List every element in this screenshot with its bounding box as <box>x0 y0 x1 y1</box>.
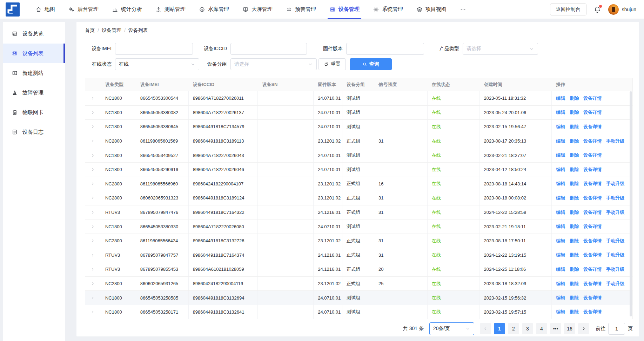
action-link[interactable]: 手动升级 <box>606 238 624 244</box>
sidebar-item-overview[interactable]: 设备总览 <box>3 24 65 44</box>
sidebar-item-device-list[interactable]: 设备列表 <box>3 44 65 63</box>
action-link[interactable]: 设备详情 <box>583 166 602 173</box>
breadcrumb-item[interactable]: 首页 <box>85 27 95 34</box>
action-link[interactable]: 编辑 <box>556 109 565 116</box>
action-link[interactable]: 设备详情 <box>583 309 602 315</box>
action-link[interactable]: 设备详情 <box>583 138 602 144</box>
expand-row-button[interactable] <box>85 205 101 219</box>
action-link[interactable]: 删除 <box>570 281 579 287</box>
device-group-select[interactable]: 请选择 <box>230 58 317 70</box>
breadcrumb-item[interactable]: 设备管理 <box>102 27 121 34</box>
expand-row-button[interactable] <box>85 120 101 134</box>
product-type-select[interactable]: 请选择 <box>463 43 538 55</box>
expand-row-button[interactable] <box>85 219 101 234</box>
page-button-16[interactable]: 16 <box>564 323 575 334</box>
expand-row-button[interactable] <box>85 163 101 177</box>
sidebar-item-sim-card[interactable]: 物联网卡 <box>3 103 65 122</box>
user-menu[interactable]: shujun <box>608 4 636 15</box>
action-link[interactable]: 删除 <box>570 95 579 101</box>
action-link[interactable]: 设备详情 <box>583 152 602 158</box>
nav-item-screen[interactable]: 大屏管理 <box>236 0 279 19</box>
expand-row-button[interactable] <box>85 291 101 305</box>
sidebar-item-device-log[interactable]: 设备日志 <box>3 122 65 142</box>
action-link[interactable]: 设备详情 <box>583 209 602 216</box>
action-link[interactable]: 编辑 <box>556 95 565 101</box>
app-logo[interactable] <box>6 2 20 17</box>
action-link[interactable]: 手动升级 <box>606 266 624 273</box>
page-size-select[interactable]: 20条/页 <box>429 322 474 335</box>
action-link[interactable]: 手动升级 <box>606 181 624 187</box>
expand-row-button[interactable] <box>85 177 101 191</box>
action-link[interactable]: 删除 <box>570 209 579 216</box>
nav-item-reservoir[interactable]: 水库管理 <box>192 0 236 19</box>
nav-item-device[interactable]: 设备管理 <box>323 0 366 19</box>
action-link[interactable]: 设备详情 <box>583 266 602 273</box>
action-link[interactable]: 删除 <box>570 166 579 173</box>
expand-row-button[interactable] <box>85 262 101 276</box>
action-link[interactable]: 编辑 <box>556 252 565 258</box>
action-link[interactable]: 设备详情 <box>583 281 602 287</box>
online-status-select[interactable]: 在线 <box>115 58 199 70</box>
page-button-2[interactable]: 2 <box>508 323 519 334</box>
action-link[interactable]: 编辑 <box>556 181 565 187</box>
expand-row-button[interactable] <box>85 248 101 262</box>
action-link[interactable]: 设备详情 <box>583 181 602 187</box>
goto-page-input[interactable] <box>608 323 625 335</box>
action-link[interactable]: 手动升级 <box>606 281 624 287</box>
action-link[interactable]: 编辑 <box>556 295 565 301</box>
action-link[interactable]: 设备详情 <box>583 238 602 244</box>
sidebar-item-fault[interactable]: 故障管理 <box>3 83 65 103</box>
nav-item-home[interactable]: 地图 <box>29 0 62 19</box>
expand-row-button[interactable] <box>85 277 101 291</box>
prev-page-button[interactable] <box>480 323 491 334</box>
action-link[interactable]: 编辑 <box>556 209 565 216</box>
action-link[interactable]: 删除 <box>570 152 579 158</box>
reset-button[interactable]: 重置 <box>318 58 346 70</box>
expand-row-button[interactable] <box>85 91 101 105</box>
table-scrollbar[interactable] <box>630 91 632 319</box>
action-link[interactable]: 设备详情 <box>583 95 602 101</box>
nav-item-layers[interactable]: 项目视图 <box>410 0 453 19</box>
action-link[interactable]: 删除 <box>570 109 579 116</box>
action-link[interactable]: 编辑 <box>556 138 565 144</box>
action-link[interactable]: 编辑 <box>556 238 565 244</box>
notification-bell-icon[interactable] <box>593 6 601 13</box>
nav-item-gears[interactable]: 后台管理 <box>62 0 105 19</box>
action-link[interactable]: 删除 <box>570 195 579 201</box>
action-link[interactable]: 删除 <box>570 238 579 244</box>
nav-item-settings[interactable]: 系统管理 <box>366 0 410 19</box>
action-link[interactable]: 删除 <box>570 138 579 144</box>
action-link[interactable]: 删除 <box>570 295 579 301</box>
page-button-3[interactable]: 3 <box>522 323 533 334</box>
imei-input[interactable] <box>115 43 193 55</box>
nav-item-chart[interactable]: 统计分析 <box>105 0 149 19</box>
more-pages-button[interactable]: ••• <box>550 323 561 334</box>
action-link[interactable]: 设备详情 <box>583 223 602 230</box>
action-link[interactable]: 删除 <box>570 266 579 273</box>
action-link[interactable]: 手动升级 <box>606 195 624 201</box>
nav-item-alert[interactable]: 预警管理 <box>279 0 323 19</box>
expand-row-button[interactable] <box>85 234 101 248</box>
action-link[interactable]: 设备详情 <box>583 109 602 116</box>
action-link[interactable]: 编辑 <box>556 195 565 201</box>
expand-row-button[interactable] <box>85 305 101 319</box>
action-link[interactable]: 手动升级 <box>606 138 624 144</box>
iccid-input[interactable] <box>230 43 307 55</box>
action-link[interactable]: 编辑 <box>556 124 565 130</box>
action-link[interactable]: 删除 <box>570 181 579 187</box>
expand-row-button[interactable] <box>85 106 101 120</box>
nav-item-station[interactable]: 测站管理 <box>149 0 192 19</box>
nav-item-more[interactable] <box>453 0 473 19</box>
action-link[interactable]: 编辑 <box>556 266 565 273</box>
action-link[interactable]: 设备详情 <box>583 295 602 301</box>
action-link[interactable]: 手动升级 <box>606 252 624 258</box>
search-button[interactable]: 查询 <box>350 58 392 70</box>
expand-row-button[interactable] <box>85 134 101 148</box>
action-link[interactable]: 编辑 <box>556 223 565 230</box>
action-link[interactable]: 设备详情 <box>583 195 602 201</box>
action-link[interactable]: 删除 <box>570 309 579 315</box>
action-link[interactable]: 删除 <box>570 252 579 258</box>
firmware-input[interactable] <box>346 43 424 55</box>
action-link[interactable]: 删除 <box>570 124 579 130</box>
action-link[interactable]: 编辑 <box>556 309 565 315</box>
